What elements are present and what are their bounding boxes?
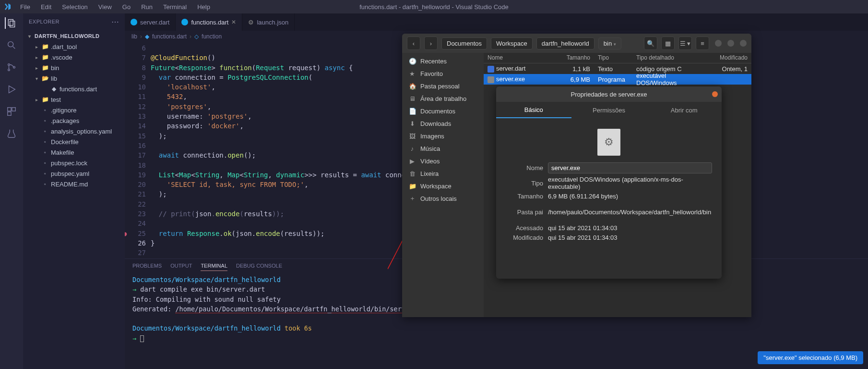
fm-sidebar-item[interactable]: 🗑Lixeira <box>402 167 484 180</box>
fm-view-grid-icon[interactable]: ▦ <box>661 37 675 50</box>
tree-item[interactable]: ◦pubspec.yaml <box>23 168 125 179</box>
fm-close-icon[interactable] <box>740 40 747 47</box>
fm-sidebar-item[interactable]: 🕘Recentes <box>402 55 484 67</box>
panel-tab-output[interactable]: OUTPUT <box>170 263 192 271</box>
prop-parent-value: /home/paulo/Documentos/Workspace/dartfn_… <box>548 209 712 216</box>
fm-sidebar-item[interactable]: 🖥Área de trabalho <box>402 92 484 105</box>
fm-sidebar-item[interactable]: 📁Workspace <box>402 180 484 192</box>
fm-sidebar-item[interactable]: 📄Documentos <box>402 105 484 117</box>
explorer-icon[interactable] <box>5 17 16 29</box>
fm-sidebar-item[interactable]: ♪Música <box>402 142 484 155</box>
svg-line-3 <box>13 47 15 49</box>
tree-item[interactable]: ◦analysis_options.yaml <box>23 126 125 136</box>
svg-marker-7 <box>9 86 15 93</box>
fm-file-row[interactable]: server.exe 6,9 MB Programa executável DO… <box>484 74 751 85</box>
menu-run[interactable]: Run <box>138 2 155 12</box>
prop-size-value: 6,9 MB (6.911.264 bytes) <box>548 193 712 200</box>
fm-path-project[interactable]: dartfn_helloworld <box>536 37 595 49</box>
tree-item[interactable]: ◦pubspec.lock <box>23 158 125 168</box>
fm-menu-icon[interactable]: ≡ <box>696 37 709 50</box>
fm-sidebar: 🕘Recentes★Favorito🏠Pasta pessoal🖥Área de… <box>402 53 484 317</box>
run-debug-icon[interactable] <box>6 84 17 95</box>
fm-file-row[interactable]: server.dart 1,1 kB Texto código origem C… <box>484 63 751 74</box>
fm-sidebar-item[interactable]: 🖼Imagens <box>402 130 484 142</box>
explorer-title: EXPLORER <box>29 19 59 25</box>
explorer-more-icon[interactable]: ⋯ <box>111 17 119 26</box>
fm-sidebar-item[interactable]: ▶Vídeos <box>402 155 484 167</box>
prop-accessed-value: qui 15 abr 2021 01:34:03 <box>548 224 712 232</box>
tree-item[interactable]: ▾📂lib <box>23 73 125 84</box>
svg-rect-0 <box>8 20 13 26</box>
fm-minimize-icon[interactable] <box>715 40 722 47</box>
file-tree: ▾DARTFN_HELLOWORLD ▸📁.dart_tool▸📁.vscode… <box>23 30 125 190</box>
editor-tab[interactable]: functions.dart✕ <box>176 13 242 31</box>
menu-view[interactable]: View <box>95 2 115 12</box>
svg-rect-10 <box>8 112 11 115</box>
editor-tab[interactable]: server.dart <box>125 13 176 31</box>
menu-selection[interactable]: Selection <box>59 2 90 12</box>
tree-item[interactable]: ◦Dockerfile <box>23 136 125 147</box>
tree-item[interactable]: ◦README.md <box>23 179 125 189</box>
fm-back-button[interactable]: ‹ <box>407 37 420 50</box>
testing-icon[interactable] <box>6 128 17 139</box>
svg-rect-1 <box>10 21 15 27</box>
fm-view-list-icon[interactable]: ☰ ▾ <box>678 37 692 50</box>
fm-path-bin[interactable]: bin▾ <box>598 37 621 49</box>
tree-item[interactable]: ◦.gitignore <box>23 105 125 115</box>
explorer-sidebar: EXPLORER ⋯ ▾DARTFN_HELLOWORLD ▸📁.dart_to… <box>23 13 125 369</box>
tree-root[interactable]: ▾DARTFN_HELLOWORLD <box>23 31 125 41</box>
tree-item[interactable]: ▸📁bin <box>23 62 125 73</box>
panel-tab-problems[interactable]: PROBLEMS <box>132 263 162 271</box>
menu-edit[interactable]: Edit <box>38 2 54 12</box>
tree-item[interactable]: ◦.packages <box>23 115 125 126</box>
tree-item[interactable]: ▸📁.vscode <box>23 52 125 62</box>
activity-bar <box>0 13 23 369</box>
source-control-icon[interactable] <box>6 62 17 73</box>
prop-name-input[interactable] <box>548 162 712 173</box>
fm-maximize-icon[interactable] <box>727 40 734 47</box>
editor-tabs: server.dartfunctions.dart✕launch.json <box>125 13 868 31</box>
fm-statusbar: "server.exe" selecionado (6,9 MB) <box>758 351 863 364</box>
extensions-icon[interactable] <box>6 106 17 117</box>
svg-point-2 <box>8 42 13 47</box>
properties-dialog: Propriedades de server.exe Básico Permis… <box>496 86 722 279</box>
fm-sidebar-item[interactable]: ⬇Downloads <box>402 117 484 130</box>
svg-point-5 <box>8 69 10 71</box>
window-title: functions.dart - dartfn_helloworld - Vis… <box>359 3 509 11</box>
line-gutter[interactable]: 6789101112131415161718192021222324252627 <box>125 42 151 258</box>
properties-titlebar: Propriedades de server.exe <box>496 86 722 102</box>
menu-help[interactable]: Help <box>194 2 213 12</box>
fm-columns[interactable]: Nome Tamanho Tipo Tipo detalhado Modific… <box>484 53 751 63</box>
menubar: File Edit Selection View Go Run Terminal… <box>0 0 868 13</box>
menu-file[interactable]: File <box>17 2 33 12</box>
search-icon[interactable] <box>6 39 17 51</box>
fm-path-documentos[interactable]: Documentos <box>441 37 487 49</box>
svg-rect-9 <box>12 108 15 111</box>
prop-type-value: executável DOS/Windows (application/x-ms… <box>548 176 712 190</box>
tree-item[interactable]: ◦Makefile <box>23 147 125 158</box>
prop-modified-value: qui 15 abr 2021 01:34:03 <box>548 234 712 241</box>
fm-search-icon[interactable]: 🔍 <box>644 37 657 50</box>
tree-item[interactable]: ▸📁test <box>23 94 125 105</box>
prop-tab-basic[interactable]: Básico <box>496 102 571 118</box>
panel-tab-debug[interactable]: DEBUG CONSOLE <box>236 263 282 271</box>
editor-tab[interactable]: launch.json <box>242 13 295 31</box>
fm-sidebar-item[interactable]: ＋Outros locais <box>402 192 484 205</box>
prop-tab-permissions[interactable]: Permissões <box>571 102 647 118</box>
prop-file-icon <box>597 129 620 156</box>
fm-path-workspace[interactable]: Workspace <box>491 37 533 49</box>
prop-tab-openwith[interactable]: Abrir com <box>646 102 722 118</box>
fm-sidebar-item[interactable]: ★Favorito <box>402 67 484 80</box>
fm-sidebar-item[interactable]: 🏠Pasta pessoal <box>402 80 484 92</box>
panel-tab-terminal[interactable]: TERMINAL <box>201 263 227 271</box>
svg-point-4 <box>8 64 10 66</box>
fm-forward-button[interactable]: › <box>424 37 438 50</box>
menu-go[interactable]: Go <box>119 2 133 12</box>
fm-header: ‹ › Documentos Workspace dartfn_hellowor… <box>402 34 751 53</box>
properties-close-icon[interactable] <box>712 91 718 97</box>
tree-item[interactable]: ◆functions.dart <box>23 84 125 94</box>
svg-rect-8 <box>8 108 11 111</box>
vscode-logo-icon <box>4 2 12 11</box>
tree-item[interactable]: ▸📁.dart_tool <box>23 41 125 52</box>
menu-terminal[interactable]: Terminal <box>160 2 190 12</box>
